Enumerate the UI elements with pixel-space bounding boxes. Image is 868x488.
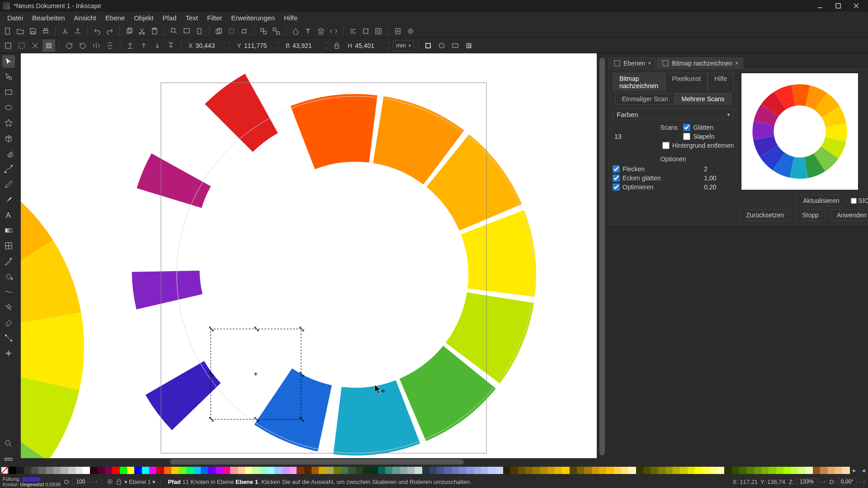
- transform-dialog-button[interactable]: [360, 25, 372, 37]
- deselect-button[interactable]: [29, 39, 42, 52]
- reset-button[interactable]: Zurücksetzen: [739, 209, 791, 221]
- menu-datei[interactable]: Datei: [3, 12, 28, 24]
- palette-swatch[interactable]: [105, 467, 112, 474]
- group-button[interactable]: [258, 25, 269, 37]
- rotate-ccw-button[interactable]: [63, 39, 75, 52]
- palette-swatch[interactable]: [503, 467, 510, 474]
- palette-swatch[interactable]: [798, 467, 805, 474]
- menu-objekt[interactable]: Objekt: [129, 12, 158, 24]
- palette-swatch[interactable]: [820, 467, 827, 474]
- palette-swatch[interactable]: [614, 467, 621, 474]
- lower-bottom-button[interactable]: [165, 39, 177, 52]
- y-input[interactable]: [242, 40, 274, 51]
- palette-swatch[interactable]: [754, 467, 761, 474]
- redo-button[interactable]: [104, 25, 116, 37]
- palette-swatch[interactable]: [813, 467, 820, 474]
- palette-swatch[interactable]: [201, 467, 208, 474]
- undo-button[interactable]: [91, 25, 103, 37]
- palette-swatch[interactable]: [665, 467, 673, 474]
- raise-top-button[interactable]: [124, 39, 137, 52]
- palette-swatch[interactable]: [525, 467, 533, 474]
- palette-swatch[interactable]: [488, 467, 495, 474]
- close-button[interactable]: [847, 0, 865, 12]
- palette-swatch[interactable]: [842, 467, 849, 474]
- trace-mode-select[interactable]: Farben▾: [613, 108, 734, 120]
- import-button[interactable]: [59, 25, 71, 37]
- palette-swatch[interactable]: [481, 467, 488, 474]
- scan-tab-mehrere-scans[interactable]: Mehrere Scans: [675, 93, 731, 105]
- menu-hilfe[interactable]: Hilfe: [279, 12, 302, 24]
- trace-dialog-button[interactable]: [373, 25, 384, 37]
- palette-menu[interactable]: ◂: [859, 466, 868, 474]
- vertical-scrollbar[interactable]: [599, 53, 606, 458]
- palette-swatch[interactable]: [732, 467, 739, 474]
- palette-swatch[interactable]: [245, 467, 252, 474]
- spiral-tool[interactable]: [2, 147, 15, 160]
- palette-swatch[interactable]: [208, 467, 215, 474]
- menu-pfad[interactable]: Pfad: [158, 12, 181, 24]
- zoom-widget[interactable]: Z: – +: [789, 478, 826, 485]
- text-dialog-button[interactable]: T: [302, 25, 314, 37]
- palette-swatch[interactable]: [710, 467, 717, 474]
- palette-swatch[interactable]: [658, 467, 665, 474]
- palette-swatch[interactable]: [776, 467, 783, 474]
- rect-tool[interactable]: [2, 86, 15, 99]
- palette-swatch[interactable]: [326, 467, 333, 474]
- palette-swatch[interactable]: [61, 467, 68, 474]
- tweak-tool[interactable]: [2, 286, 15, 298]
- layers-dialog-button[interactable]: [315, 25, 327, 37]
- raise-button[interactable]: [137, 39, 150, 52]
- toggle-selection-cue-button[interactable]: [42, 39, 55, 52]
- palette-swatch[interactable]: [134, 467, 142, 474]
- select-all-button[interactable]: [15, 39, 28, 52]
- palette-swatch[interactable]: [348, 467, 355, 474]
- palette-swatch[interactable]: [142, 467, 149, 474]
- palette-swatch[interactable]: [429, 467, 437, 474]
- palette-swatch[interactable]: [606, 467, 613, 474]
- palette-swatch[interactable]: [422, 467, 429, 474]
- dock-tab-bitmap-nachzeichnen[interactable]: Bitmap nachzeichnen×: [657, 57, 743, 69]
- unit-select[interactable]: mm▾: [393, 40, 414, 51]
- select-all-layers-button[interactable]: [2, 39, 14, 52]
- palette-swatch[interactable]: [636, 467, 643, 474]
- palette-swatch[interactable]: [628, 467, 636, 474]
- palette-swatch[interactable]: [651, 467, 658, 474]
- palette-swatch[interactable]: [83, 467, 90, 474]
- close-icon[interactable]: ×: [648, 60, 651, 66]
- duplicate-button[interactable]: [213, 25, 225, 37]
- palette-swatch[interactable]: [319, 467, 326, 474]
- palette-swatch[interactable]: [739, 467, 746, 474]
- palette-swatch[interactable]: [341, 467, 348, 474]
- maximize-button[interactable]: [829, 0, 847, 12]
- copy-button[interactable]: [123, 25, 135, 37]
- palette-swatch[interactable]: [297, 467, 304, 474]
- palette-swatch[interactable]: [75, 467, 83, 474]
- horizontal-scrollbar[interactable]: [21, 458, 597, 465]
- palette-swatch[interactable]: [238, 467, 245, 474]
- zoom-page-button[interactable]: [193, 25, 205, 37]
- selector-tool[interactable]: [2, 55, 15, 68]
- paste-button[interactable]: [149, 25, 160, 37]
- palette-swatch[interactable]: [356, 467, 363, 474]
- palette-scroll-right[interactable]: ▸: [850, 466, 859, 474]
- eraser-tool[interactable]: [2, 316, 15, 329]
- flip-vertical-button[interactable]: [104, 39, 116, 52]
- palette-swatch[interactable]: [540, 467, 547, 474]
- palette-swatch[interactable]: [547, 467, 555, 474]
- xml-dialog-button[interactable]: [328, 25, 340, 37]
- palette-swatch[interactable]: [223, 467, 230, 474]
- palette-swatch[interactable]: [452, 467, 459, 474]
- palette-swatch[interactable]: [562, 467, 569, 474]
- fill-stroke-indicator[interactable]: Füllung: Kontur: Ungesetzt 0,0938: [3, 476, 61, 487]
- palette-swatch[interactable]: [334, 467, 341, 474]
- gradient-tool[interactable]: [2, 224, 15, 237]
- palette-swatch[interactable]: [769, 467, 776, 474]
- palette-swatch[interactable]: [53, 467, 61, 474]
- palette-swatch[interactable]: [260, 467, 267, 474]
- palette-swatch[interactable]: [46, 467, 53, 474]
- stop-button[interactable]: Stopp: [795, 209, 826, 221]
- dropper-tool[interactable]: [2, 255, 15, 267]
- affect-corners-button[interactable]: [435, 39, 448, 52]
- palette-swatch[interactable]: [216, 467, 223, 474]
- palette-swatch[interactable]: [746, 467, 754, 474]
